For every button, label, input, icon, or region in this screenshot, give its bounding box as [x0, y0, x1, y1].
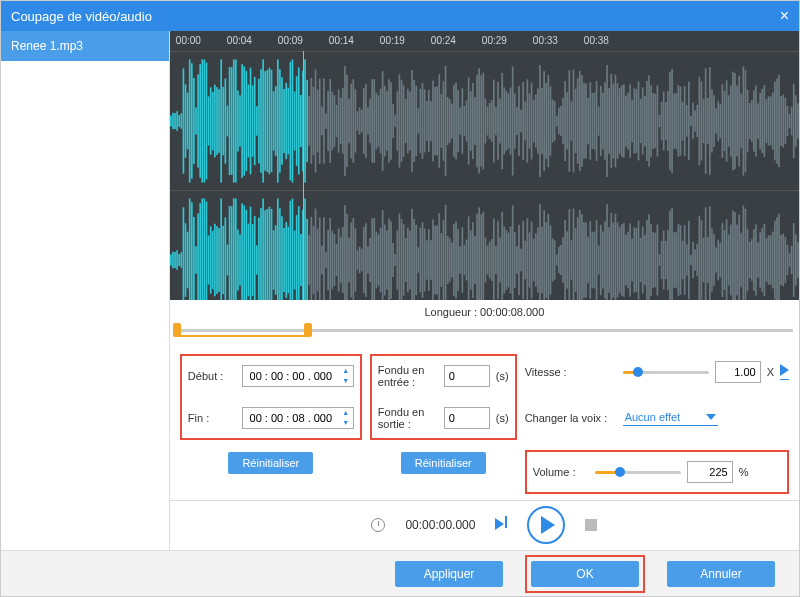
voice-dropdown[interactable]: Aucun effet	[623, 409, 718, 426]
window-title: Coupage de vidéo/audio	[11, 9, 152, 24]
ok-button[interactable]: OK	[531, 561, 639, 587]
timeline-ruler: 00:00 00:04 00:09 00:14 00:19 00:24 00:2…	[170, 31, 799, 51]
volume-suffix: %	[739, 466, 749, 478]
play-button[interactable]	[527, 506, 565, 544]
step-button[interactable]	[495, 516, 507, 534]
speed-slider[interactable]	[623, 365, 709, 379]
volume-slider[interactable]	[595, 465, 681, 479]
start-time-input[interactable]: ▲ ▼	[242, 365, 354, 387]
volume-label: Volume :	[533, 466, 589, 478]
stop-button[interactable]	[585, 519, 597, 531]
waveform-bottom	[170, 191, 799, 300]
ruler-tick: 00:04	[227, 35, 257, 46]
window: Coupage de vidéo/audio × Renee 1.mp3 00:…	[0, 0, 800, 597]
waveform-top	[170, 52, 799, 190]
trim-group: Début : ▲ ▼ Fin :	[180, 354, 362, 440]
playhead-cursor[interactable]	[303, 51, 304, 300]
voice-label: Changer la voix :	[525, 412, 617, 424]
play-icon	[541, 516, 555, 534]
voice-value: Aucun effet	[625, 411, 680, 423]
ruler-tick: 00:19	[380, 35, 410, 46]
player-time: 00:00:00.000	[405, 518, 475, 532]
ruler-tick: 00:09	[278, 35, 308, 46]
spin-down-icon[interactable]: ▼	[339, 418, 353, 428]
spin-down-icon[interactable]: ▼	[339, 376, 353, 386]
waveform-area[interactable]	[170, 51, 799, 300]
length-label: Longueur : 00:00:08.000	[170, 300, 799, 320]
end-label: Fin :	[188, 412, 236, 424]
ruler-tick: 00:24	[431, 35, 461, 46]
ruler-tick: 00:38	[584, 35, 614, 46]
footer: Appliquer OK Annuler	[1, 550, 799, 596]
file-sidebar: Renee 1.mp3	[1, 31, 170, 550]
selection-handle-end[interactable]	[304, 323, 312, 337]
volume-value-input[interactable]	[687, 461, 733, 483]
chevron-down-icon	[706, 414, 716, 420]
ruler-tick: 00:33	[533, 35, 563, 46]
selection-range[interactable]	[176, 323, 308, 337]
fade-in-label: Fondu en entrée :	[378, 364, 438, 388]
fade-group: Fondu en entrée : (s) Fondu en sortie : …	[370, 354, 517, 440]
ruler-tick: 00:14	[329, 35, 359, 46]
player-bar: 00:00:00.000	[170, 500, 799, 550]
fade-in-input[interactable]	[444, 365, 490, 387]
speed-suffix: X	[767, 366, 774, 378]
fade-unit: (s)	[496, 370, 509, 382]
speed-value-input[interactable]	[715, 361, 761, 383]
start-label: Début :	[188, 370, 236, 382]
spin-up-icon[interactable]: ▲	[339, 366, 353, 376]
end-time-input[interactable]: ▲ ▼	[242, 407, 354, 429]
spin-up-icon[interactable]: ▲	[339, 408, 353, 418]
cancel-button[interactable]: Annuler	[667, 561, 775, 587]
volume-group: Volume : %	[525, 450, 789, 494]
fade-unit: (s)	[496, 412, 509, 424]
close-icon[interactable]: ×	[780, 7, 789, 25]
speed-label: Vitesse :	[525, 366, 617, 378]
file-item[interactable]: Renee 1.mp3	[1, 31, 169, 61]
ruler-tick: 00:29	[482, 35, 512, 46]
titlebar: Coupage de vidéo/audio ×	[1, 1, 799, 31]
fade-out-label: Fondu en sortie :	[378, 406, 438, 430]
speed-preview-icon[interactable]	[780, 364, 789, 376]
clock-icon	[371, 518, 385, 532]
selection-handle-start[interactable]	[173, 323, 181, 337]
trim-reset-button[interactable]: Réinitialiser	[228, 452, 313, 474]
selection-bar[interactable]	[176, 320, 793, 340]
fade-out-input[interactable]	[444, 407, 490, 429]
ruler-tick: 00:00	[176, 35, 206, 46]
start-time-field[interactable]	[243, 370, 339, 382]
apply-button[interactable]: Appliquer	[395, 561, 503, 587]
fade-reset-button[interactable]: Réinitialiser	[401, 452, 486, 474]
end-time-field[interactable]	[243, 412, 339, 424]
